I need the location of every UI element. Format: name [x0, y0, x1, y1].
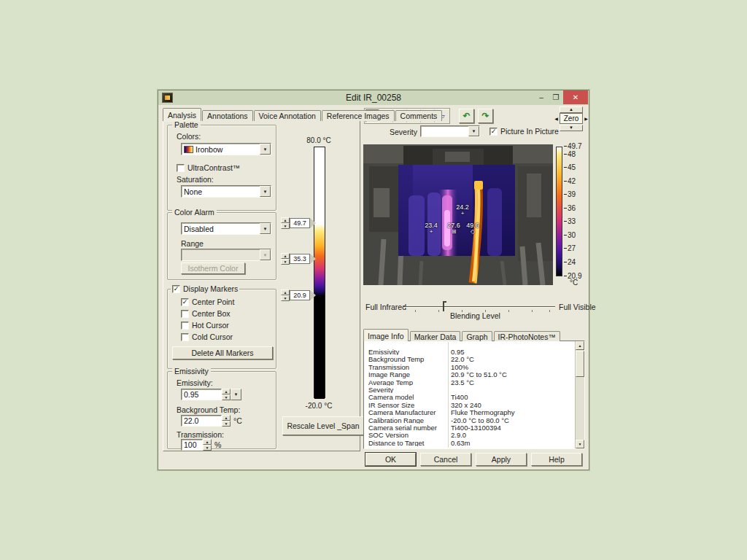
- emissivity-spinner[interactable]: ▲▼: [222, 389, 231, 400]
- level-handle-2[interactable]: ▲▼20.9: [281, 289, 316, 302]
- level-span-scale-bar[interactable]: [314, 147, 325, 398]
- center-point-checkbox-box[interactable]: ✓: [181, 298, 189, 306]
- spin-down-icon[interactable]: ▼: [281, 295, 290, 301]
- transmission-field[interactable]: 100: [181, 439, 203, 451]
- scale-max-label: 80.0 °C: [297, 136, 341, 144]
- level-handle-1[interactable]: ▲▼35.3: [281, 252, 316, 265]
- handle-spinner[interactable]: ▲▼: [281, 217, 290, 229]
- info-tab-marker-data[interactable]: Marker Data: [410, 331, 461, 341]
- scroll-up-button[interactable]: ▲: [576, 341, 584, 350]
- ok-button[interactable]: OK: [365, 453, 416, 466]
- temp-marker-23.4[interactable]: 23.4+: [425, 222, 438, 235]
- spin-down-icon[interactable]: ▼: [281, 259, 290, 265]
- checkbox-center-box[interactable]: Center Box: [181, 309, 231, 318]
- spin-up-icon[interactable]: ▲: [222, 389, 231, 394]
- zero-left-arrow[interactable]: ◀: [554, 116, 558, 121]
- handle-spinner[interactable]: ▲▼: [281, 253, 290, 265]
- info-value: 2.9.0: [448, 431, 573, 438]
- saturation-dropdown-arrow-icon[interactable]: ▼: [260, 186, 271, 197]
- spin-down-icon[interactable]: ▼: [222, 421, 231, 427]
- color-alarm-mode-dropdown[interactable]: Disabled ▼: [181, 222, 271, 235]
- blending-slider-thumb[interactable]: [443, 301, 444, 311]
- zero-right-arrow[interactable]: ▶: [584, 116, 588, 121]
- ultracontrast-checkbox-box[interactable]: [177, 164, 185, 172]
- scroll-thumb[interactable]: [576, 351, 584, 377]
- severity-dropdown-arrow-icon[interactable]: ▼: [468, 126, 479, 136]
- display-markers-checkbox-box[interactable]: ✓: [172, 285, 180, 293]
- colors-dropdown-arrow-icon[interactable]: ▼: [260, 144, 271, 155]
- spin-down-icon[interactable]: ▼: [281, 223, 290, 229]
- spin-down-icon[interactable]: ▼: [222, 394, 231, 400]
- picture-in-picture-checkbox[interactable]: ✓ Picture In Picture: [489, 127, 559, 136]
- info-property: IR Sensor Size: [365, 401, 448, 408]
- temp-marker-24.2[interactable]: 24.2+: [456, 204, 469, 217]
- temp-marker-49.6[interactable]: 49.6◇: [466, 222, 479, 235]
- tab-comments[interactable]: Comments: [395, 110, 443, 121]
- marker-symbol-icon: ⊞: [452, 229, 457, 235]
- picture-in-picture-checkbox-box[interactable]: ✓: [489, 128, 498, 136]
- spin-down-icon[interactable]: ▼: [203, 445, 212, 451]
- titlebar[interactable]: Edit IR_00258 – ❐ ✕: [158, 90, 589, 105]
- zero-up-button[interactable]: ▲: [560, 106, 583, 113]
- background-temp-spinner[interactable]: ▲▼: [222, 415, 231, 427]
- hot-cursor-checkbox-box[interactable]: [181, 322, 189, 330]
- scale-tick-36: 36: [564, 204, 576, 212]
- info-property: Transmission: [365, 363, 448, 370]
- rescale-level-span-button[interactable]: Rescale Level _Span: [282, 416, 364, 435]
- tab-reference-images[interactable]: Reference Images: [322, 110, 395, 121]
- close-button[interactable]: ✕: [563, 90, 588, 104]
- handle-spinner[interactable]: ▲▼: [281, 289, 290, 301]
- maximize-button[interactable]: ❐: [549, 90, 563, 104]
- center-box-checkbox-box[interactable]: [181, 310, 189, 318]
- info-tab-ir-photonotes[interactable]: IR-PhotoNotes™: [494, 331, 560, 341]
- image-info-table: Emissivity0.95Background Temp22.0 °CTran…: [365, 348, 573, 446]
- rotate-left-button[interactable]: ↶: [459, 109, 474, 123]
- info-scrollbar[interactable]: ▲ ▼: [575, 341, 584, 448]
- blending-slider-track[interactable]: [403, 306, 555, 308]
- emissivity-field[interactable]: 0.95: [181, 389, 222, 400]
- spin-up-icon[interactable]: ▲: [281, 253, 290, 259]
- info-tab-graph[interactable]: Graph: [462, 331, 492, 341]
- info-tab-image-info[interactable]: Image Info: [363, 329, 409, 341]
- transmission-spinner[interactable]: ▲▼: [203, 439, 212, 451]
- checkbox-center-point[interactable]: ✓Center Point: [181, 298, 234, 306]
- emissivity-dropdown-arrow-icon[interactable]: ▼: [231, 389, 241, 400]
- level-handle-0[interactable]: ▲▼49.7: [281, 217, 316, 230]
- ultracontrast-checkbox[interactable]: UltraContrast™: [177, 163, 240, 172]
- color-alarm-group-label: Color Alarm: [172, 208, 217, 217]
- spin-up-icon[interactable]: ▲: [203, 439, 212, 445]
- down-arrow-icon: ▼: [569, 125, 573, 130]
- colors-dropdown[interactable]: Ironbow ▼: [181, 143, 271, 155]
- thermal-image-canvas[interactable]: 24.2+23.4+27.6⊞49.6◇: [363, 144, 553, 285]
- saturation-dropdown[interactable]: None ▼: [181, 185, 271, 198]
- spin-up-icon[interactable]: ▲: [281, 217, 290, 223]
- handle-tip-icon: [310, 218, 316, 228]
- checkbox-cold-cursor[interactable]: Cold Cursor: [181, 332, 233, 341]
- spin-up-icon[interactable]: ▲: [222, 415, 231, 421]
- delete-all-markers-button[interactable]: Delete All Markers: [172, 346, 273, 359]
- zero-value-box[interactable]: Zero: [560, 113, 583, 124]
- scroll-down-button[interactable]: ▼: [576, 440, 584, 448]
- display-markers-checkbox[interactable]: ✓ Display Markers: [171, 284, 239, 293]
- temp-marker-27.6[interactable]: 27.6⊞: [447, 222, 460, 235]
- info-value: 22.0 °C: [448, 355, 573, 362]
- spin-up-icon[interactable]: ▲: [281, 289, 290, 295]
- info-property: Camera serial number: [365, 424, 448, 431]
- zero-down-button[interactable]: ▼: [560, 125, 583, 131]
- center-point-label: Center Point: [192, 298, 234, 306]
- tab-annotations[interactable]: Annotations: [202, 110, 252, 121]
- tab-voice-annotation[interactable]: Voice Annotation: [254, 110, 321, 121]
- cancel-button[interactable]: Cancel: [420, 453, 471, 466]
- help-button[interactable]: Help: [531, 453, 582, 466]
- severity-dropdown[interactable]: ▼: [420, 125, 480, 137]
- scale-segment-below-span: [314, 296, 325, 399]
- background-temp-field[interactable]: 22.0: [181, 415, 222, 427]
- tab-analysis[interactable]: Analysis: [163, 108, 201, 121]
- minimize-button[interactable]: –: [534, 90, 549, 104]
- cold-cursor-checkbox-box[interactable]: [181, 333, 189, 341]
- palette-group-label: Palette: [172, 120, 201, 129]
- checkbox-hot-cursor[interactable]: Hot Cursor: [181, 321, 229, 330]
- rotate-right-button[interactable]: ↷: [478, 109, 493, 123]
- color-alarm-dropdown-arrow-icon[interactable]: ▼: [260, 223, 271, 234]
- apply-button[interactable]: Apply: [476, 453, 527, 466]
